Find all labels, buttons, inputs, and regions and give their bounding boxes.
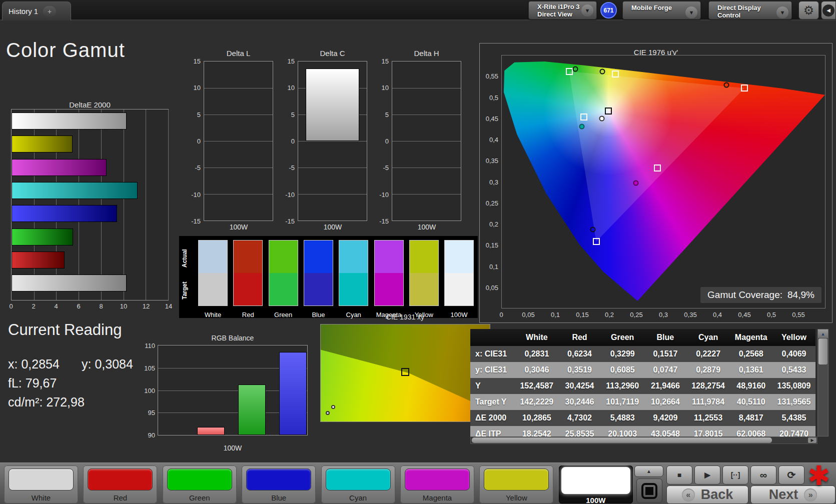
add-tab-button[interactable]: + — [43, 6, 56, 17]
swatch-column-magenta: Magenta — [374, 240, 404, 306]
range-button[interactable]: [··] — [722, 466, 748, 484]
target-swatch — [304, 273, 333, 306]
stop-button[interactable]: ■ — [666, 466, 692, 484]
deltaC-x-label: 100W — [324, 223, 342, 231]
settings-button[interactable]: ⚙ — [798, 1, 819, 20]
table-vertical-scrollbar[interactable]: ▲ — [817, 329, 828, 436]
stop-measuring-indicator[interactable]: ✱ — [807, 460, 830, 492]
gridline — [168, 110, 169, 300]
pattern-bar: WhiteRedGreenBlueCyanMagentaYellow100W▲■… — [0, 462, 836, 504]
y-tick-label: 0,05 — [479, 284, 498, 291]
current-reading-title: Current Reading — [8, 321, 122, 339]
x-tick-label: 8 — [99, 302, 103, 310]
pattern-button-cyan[interactable]: Cyan — [321, 466, 395, 504]
row-label: ΔE ITP — [470, 430, 515, 436]
continuous-button[interactable]: ∞ — [750, 466, 776, 484]
scroll-right-icon[interactable]: ▶ — [808, 438, 816, 443]
x-tick-label: 0,3 — [659, 311, 668, 318]
y-tick-label: 5 — [184, 110, 201, 118]
table-header-row: WhiteRedGreenBlueCyanMagentaYellow — [470, 329, 815, 346]
y-tick-label: -5 — [184, 164, 201, 172]
chevron-down-icon: ▼ — [581, 4, 593, 16]
back-button[interactable]: «Back — [666, 486, 748, 504]
table-row[interactable]: ΔE 200010,28654,73025,48839,420911,25538… — [470, 410, 815, 426]
x-tick-label: 0,05 — [522, 311, 534, 318]
deltae-bar-magenta — [12, 159, 107, 176]
tab-label: History 1 — [9, 7, 38, 16]
y-tick-label: 5 — [372, 110, 389, 118]
marker-yellow-measured — [600, 69, 605, 74]
pattern-button-green[interactable]: Green — [163, 466, 237, 504]
y-tick-label: -10 — [372, 190, 389, 198]
table-cell: 0,3519 — [558, 366, 601, 374]
pattern-button-100w[interactable]: 100W — [559, 466, 633, 504]
deltaL-chart-title: Delta L — [204, 49, 273, 58]
deltaH-x-label: 100W — [418, 223, 436, 231]
y-tick-label: 5 — [278, 110, 295, 118]
pattern-button-label: 100W — [559, 496, 633, 504]
pattern-button-red[interactable]: Red — [83, 466, 157, 504]
x-tick-label: 0,5 — [767, 311, 776, 318]
meter-dropdown[interactable]: X-Rite i1Pro 3Direct View ▼ — [528, 1, 597, 20]
reading-fl: fL: 79,67 — [8, 376, 57, 390]
scrollbar-thumb[interactable] — [472, 438, 772, 443]
pattern-button-magenta[interactable]: Magenta — [400, 466, 474, 504]
table-cell: 0,2227 — [687, 350, 730, 358]
display-control-dropdown[interactable]: Direct Display Control ▼ — [708, 1, 792, 20]
table-row[interactable]: ΔE ITP18,254225,853520,100343,054817,801… — [470, 426, 815, 436]
deltae-bar-blue — [12, 205, 117, 222]
pattern-button-white[interactable]: White — [4, 466, 78, 504]
marker-magenta-target — [654, 164, 661, 172]
target-swatch — [409, 273, 439, 306]
swatch-label: Red — [233, 311, 263, 318]
table-row[interactable]: Target Y142,222930,2446101,711910,266411… — [470, 394, 815, 410]
tab-history-1[interactable]: History 1 + — [2, 2, 71, 20]
source-dropdown[interactable]: Mobile Forge ▼ — [622, 1, 701, 20]
 — [645, 487, 653, 495]
pattern-button-label: Red — [83, 494, 157, 502]
scroll-up-icon[interactable]: ▲ — [818, 330, 828, 338]
pattern-swatch — [167, 468, 232, 490]
table-cell: 128,2754 — [687, 382, 730, 390]
chevron-left-icon: ◀ — [822, 4, 834, 16]
y-tick-label: 0 — [372, 138, 389, 145]
refresh-button[interactable]: ⟳ — [778, 466, 804, 484]
reading-cdm2: cd/m²: 272,98 — [8, 395, 85, 410]
scrollbar-thumb[interactable] — [818, 338, 827, 364]
deltae-bar-red — [12, 252, 65, 268]
y-tick-label: 100 — [137, 386, 155, 394]
x-tick-label: 0,15 — [576, 311, 588, 318]
deltaL-chart — [204, 61, 273, 221]
play-button[interactable]: ▶ — [694, 466, 720, 484]
marker-cyan-measured — [579, 124, 584, 130]
rgb-bar-red — [197, 427, 225, 435]
deltae-bar-cyan — [12, 182, 138, 199]
y-tick-label: 10 — [278, 84, 295, 92]
pattern-button-yellow[interactable]: Yellow — [479, 466, 553, 504]
table-row[interactable]: x: CIE310,28310,62340,32990,15170,22270,… — [470, 346, 815, 362]
source-dropdown-label: Mobile Forge — [631, 2, 685, 12]
y-tick-label: -15 — [372, 218, 389, 225]
page-title: Color Gamut — [6, 39, 125, 62]
deltaC-chart — [298, 61, 367, 221]
gridline — [392, 168, 461, 168]
table-cell: 30,4254 — [558, 382, 601, 390]
y-tick-label: 0,35 — [479, 157, 498, 164]
scroll-patterns-up-button[interactable]: ▲ — [634, 466, 663, 477]
x-tick-label: 0,45 — [738, 311, 750, 318]
gear-icon: ⚙ — [803, 4, 814, 18]
table-header-blue: Blue — [644, 333, 687, 342]
table-horizontal-scrollbar[interactable]: ▶ — [470, 436, 817, 444]
pattern-button-blue[interactable]: Blue — [242, 466, 316, 504]
table-row[interactable]: Y152,458730,4254113,296021,9466128,27544… — [470, 378, 815, 394]
target-swatch — [233, 273, 263, 306]
collapse-panel-button[interactable]: ◀ — [821, 1, 836, 20]
table-row[interactable]: y: CIE310,30460,35190,60850,07470,28790,… — [470, 362, 815, 378]
table-cell: 0,6085 — [601, 366, 644, 374]
table-cell: 30,2446 — [558, 398, 601, 406]
pattern-swatch — [484, 468, 549, 490]
row-label: ΔE 2000 — [470, 414, 515, 422]
enter-pattern-button[interactable] — [636, 478, 662, 503]
deltae-bar-yellow — [12, 136, 73, 152]
measurement-count-badge[interactable]: 671 — [600, 2, 617, 18]
